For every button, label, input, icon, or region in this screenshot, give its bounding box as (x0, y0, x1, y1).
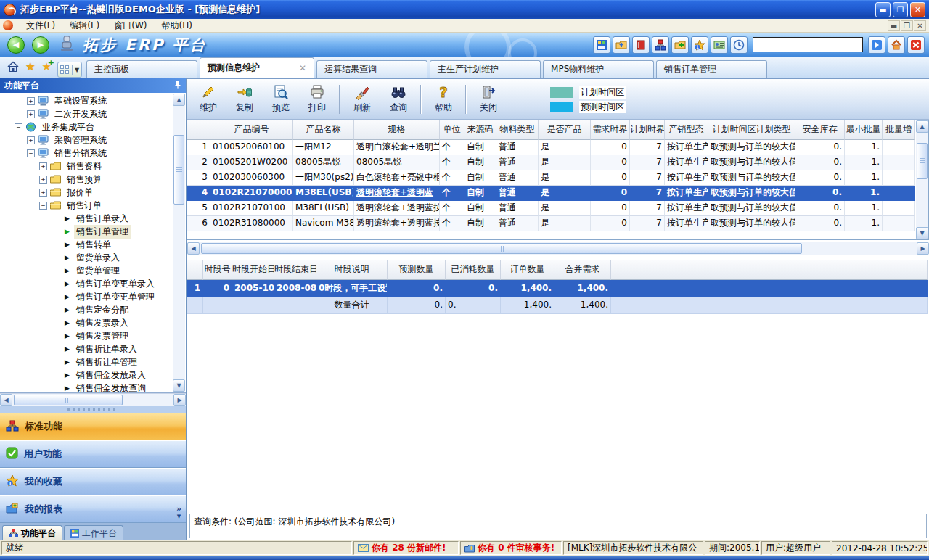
panel-my-reports[interactable]: 我的报表 (0, 495, 186, 523)
expand-icon[interactable]: + (39, 176, 47, 184)
tree-item[interactable]: ▶销售折让单录入 (0, 342, 173, 355)
column-header[interactable]: 物料类型 (496, 120, 539, 140)
column-header[interactable]: 订单数量 (501, 260, 554, 280)
column-header[interactable]: 计划时界 (630, 120, 665, 140)
tree-item[interactable]: +二次开发系统 (0, 107, 173, 120)
folder-add-icon[interactable] (671, 36, 689, 54)
pin-icon[interactable] (174, 81, 181, 91)
scrollbar-thumb[interactable] (173, 135, 184, 205)
column-header[interactable]: 需求时界 (591, 120, 630, 140)
column-header[interactable]: 是否产品 (539, 120, 591, 140)
chevron-down-icon[interactable]: ▼ (72, 65, 79, 75)
mdi-restore-button[interactable]: ❐ (901, 20, 913, 31)
search-button[interactable]: 查询 (380, 82, 417, 117)
tab-forecast-info[interactable]: 预测信息维护✕ (200, 57, 314, 78)
menu-edit[interactable]: 编辑(E) (62, 20, 107, 32)
help-button[interactable]: ? 帮助 (425, 82, 462, 117)
tab-work-platform[interactable]: 工作平台 (64, 525, 123, 540)
column-header[interactable]: 规格 (354, 120, 440, 140)
summary-row[interactable]: 数量合计0.0.1,400.1,400. (187, 297, 928, 314)
collapse-chevrons-icon[interactable]: »▾ (176, 506, 181, 520)
scroll-right-button[interactable]: ▶ (173, 394, 186, 406)
grid-vertical-scrollbar[interactable]: ▲ ▼ (916, 120, 928, 239)
tree-item[interactable]: ▶销售发票管理 (0, 329, 173, 342)
tree-item[interactable]: ▶销售发票录入 (0, 316, 173, 329)
column-header[interactable]: 计划时间区计划类型 (708, 120, 795, 140)
column-header[interactable]: 时段结束日期 (274, 260, 316, 280)
tree-item[interactable]: ▶销售订单录入 (0, 212, 173, 225)
refresh-button[interactable]: 刷新 (344, 82, 380, 117)
tree-item[interactable]: −业务集成平台 (0, 120, 173, 133)
table-row[interactable]: 40102R21070000M38EL(USB)透明滚轮套+透明蓝个自制普通是0… (187, 186, 915, 201)
column-header[interactable]: 已消耗数量 (446, 260, 501, 280)
tab-mps-plan[interactable]: 主生产计划维护 (430, 60, 541, 78)
tree-item[interactable]: ▶销售订单变更单录入 (0, 277, 173, 290)
expand-icon[interactable]: + (27, 97, 35, 105)
restore-button[interactable]: ❐ (893, 2, 908, 17)
expand-icon[interactable]: + (27, 110, 35, 118)
clock-icon[interactable] (730, 36, 748, 54)
column-header[interactable]: 安全库存 (795, 120, 845, 140)
tree-item[interactable]: +销售预算 (0, 173, 173, 186)
close-view-button[interactable]: 关闭 (470, 82, 507, 117)
tree-horizontal-scrollbar[interactable]: ◀ ▶ (0, 393, 186, 406)
column-header[interactable]: 批量增 (883, 120, 915, 140)
scroll-left-button[interactable]: ◀ (0, 394, 12, 406)
tab-main-panel[interactable]: 主控面板 (86, 60, 197, 78)
column-header[interactable] (187, 120, 210, 140)
panel-user-functions[interactable]: 用户功能 (0, 440, 186, 468)
tab-sales-order[interactable]: 销售订单管理 (656, 60, 767, 78)
tree-item[interactable]: +采购管理系统 (0, 133, 173, 147)
tree-item[interactable]: ▶销售折让单管理 (0, 355, 173, 368)
org-chart-icon[interactable] (652, 36, 669, 54)
table-row[interactable]: 201005201W020008005晶锐08005晶锐个自制普通是07按订单生… (187, 155, 915, 170)
column-header[interactable]: 最小批量 (845, 120, 883, 140)
tree-item[interactable]: ▶销售佣金发放查询 (0, 382, 173, 393)
close-button[interactable]: ✕ (910, 2, 925, 17)
table-row[interactable]: 50102R21070100M38EL(USB)透明滚轮套+透明蓝按个自制普通是… (187, 201, 915, 216)
mdi-minimize-button[interactable]: ▬ (888, 20, 900, 31)
scroll-up-button[interactable]: ▲ (916, 120, 928, 133)
tree-item[interactable]: +基础设置系统 (0, 94, 173, 107)
collapse-icon[interactable]: − (27, 149, 35, 157)
home-icon[interactable] (7, 61, 19, 74)
tree-item[interactable]: −销售订单 (0, 199, 173, 212)
column-header[interactable]: 时段开始日期 (232, 260, 274, 280)
scrollbar-thumb[interactable] (14, 395, 123, 405)
status-audit[interactable]: 你有 0 件审核事务! (460, 541, 562, 555)
copy-button[interactable]: 复制 (226, 82, 263, 117)
menu-file[interactable]: 文件(F) (19, 20, 62, 32)
tree-vertical-scrollbar[interactable]: ▲ ▼ (173, 94, 185, 392)
favorite-star-icon[interactable]: 1 (691, 36, 708, 54)
column-header[interactable]: 产品名称 (293, 120, 354, 140)
scroll-down-button[interactable]: ▼ (173, 379, 185, 392)
expand-icon[interactable]: + (39, 189, 47, 197)
column-header[interactable]: 时段说明 (316, 260, 388, 280)
status-mail[interactable]: 你有 28 份新邮件! (353, 541, 459, 555)
column-header[interactable]: 产销型态 (665, 120, 708, 140)
tab-mps-material[interactable]: MPS物料维护 (543, 60, 654, 78)
menu-window[interactable]: 窗口(W) (107, 20, 154, 32)
notebook-icon[interactable] (632, 36, 650, 54)
grid-horizontal-scrollbar[interactable]: ◀ ▶ (187, 242, 929, 255)
column-header[interactable] (611, 260, 928, 280)
column-header[interactable]: 时段号 (203, 260, 232, 280)
contacts-card-icon[interactable] (711, 36, 728, 54)
scroll-up-button[interactable]: ▲ (173, 94, 185, 106)
preview-button[interactable]: 预览 (263, 82, 299, 117)
tree-item[interactable]: ▶留货单录入 (0, 251, 173, 264)
tree-item[interactable]: ▶销售定金分配 (0, 303, 173, 316)
tree-item[interactable]: +销售资料 (0, 160, 173, 173)
column-header[interactable]: 单位 (440, 120, 464, 140)
menu-help[interactable]: 帮助(H) (154, 20, 199, 32)
desktop-layout-icon[interactable] (593, 36, 610, 54)
scrollbar-thumb[interactable] (917, 143, 928, 179)
table-row[interactable]: 30102030060300一阳M30(ps2)白色滚轮套+亮银中框个自制普通是… (187, 170, 915, 186)
mdi-close-button[interactable]: ✕ (914, 20, 926, 31)
home-button[interactable] (888, 36, 905, 54)
sidebar-splitter[interactable] (0, 406, 186, 413)
column-header[interactable]: 预测数量 (388, 260, 446, 280)
table-row[interactable]: 10100520060100一阳M12透明白滚轮套+透明兰个自制普通是07按订单… (187, 140, 915, 155)
tab-calc-result[interactable]: 运算结果查询 (316, 60, 427, 78)
minimize-button[interactable]: ▬ (875, 2, 891, 17)
